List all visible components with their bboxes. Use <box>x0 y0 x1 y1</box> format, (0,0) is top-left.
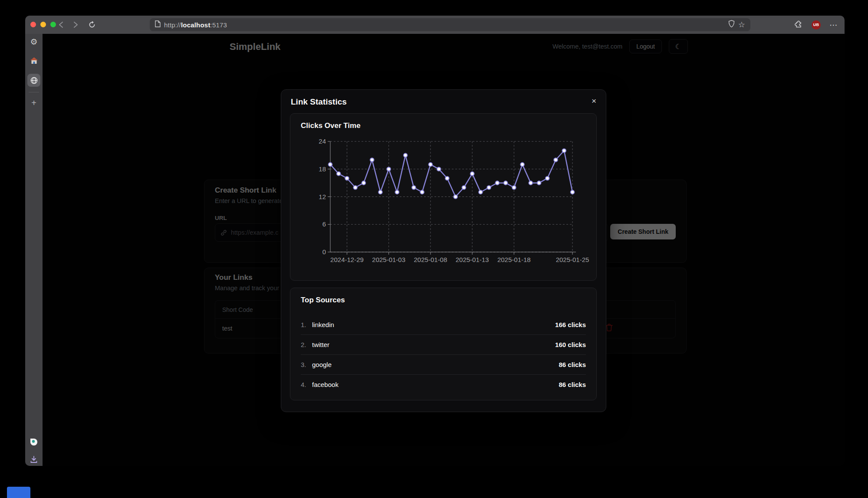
chart-dot <box>329 163 332 167</box>
close-icon[interactable]: × <box>590 95 598 107</box>
x-tick-label: 2025-01-13 <box>456 256 489 263</box>
chart-dot <box>454 195 457 199</box>
tab-sidebar: ⚙ + <box>25 34 43 466</box>
close-window-button[interactable] <box>30 22 36 27</box>
gear-icon: ⚙ <box>30 37 37 47</box>
url-bar[interactable]: http://localhost:5173 ☆ <box>150 18 750 31</box>
chart-dot <box>504 181 508 185</box>
source-row: 3. google 86 clicks <box>301 355 586 375</box>
zoom-window-button[interactable] <box>50 22 56 27</box>
chart-dot <box>337 172 341 176</box>
chart-dot <box>445 177 449 180</box>
source-row: 2. twitter 160 clicks <box>301 335 586 355</box>
house-icon <box>30 57 38 64</box>
source-rank: 2. <box>301 341 312 348</box>
chart-dot <box>353 186 357 190</box>
source-name: google <box>312 361 332 368</box>
plus-icon: + <box>31 98 36 108</box>
x-tick-label: 2025-01-25 <box>556 256 589 263</box>
bookmark-star-icon[interactable]: ☆ <box>738 21 745 29</box>
source-clicks: 86 clicks <box>559 361 586 368</box>
back-icon[interactable] <box>56 20 65 29</box>
chart-dot <box>562 149 566 153</box>
traffic-lights <box>30 22 56 27</box>
new-tab-button[interactable]: + <box>27 96 40 109</box>
chart-dot <box>520 163 524 167</box>
sidebar-divider <box>29 92 39 92</box>
chart-dot <box>546 177 549 180</box>
chart-dot <box>387 167 391 171</box>
chart-dot <box>370 158 374 162</box>
pinned-extension-button[interactable] <box>27 436 40 449</box>
y-tick-label: 0 <box>322 248 326 256</box>
drop-pin-icon <box>30 438 38 446</box>
x-tick-label: 2025-01-08 <box>414 256 447 263</box>
chart-dot <box>470 172 474 176</box>
page-icon <box>155 20 161 29</box>
browser-window: http://localhost:5173 ☆ UB ⋯ ⚙ <box>25 16 845 466</box>
downloads-button[interactable] <box>27 453 40 466</box>
reload-icon[interactable] <box>88 20 96 29</box>
top-sources-card: Top Sources 1. linkedin 166 clicks 2. tw… <box>290 288 597 400</box>
chart-dot <box>395 190 399 194</box>
chart-dot <box>487 186 491 190</box>
y-tick-label: 18 <box>319 165 326 173</box>
forward-icon[interactable] <box>71 20 80 29</box>
chart-dot <box>420 190 424 194</box>
y-tick-label: 12 <box>319 193 326 200</box>
ublock-badge-icon[interactable]: UB <box>812 20 821 29</box>
chart-dot <box>537 181 541 185</box>
source-rank: 4. <box>301 381 312 388</box>
chart-dot <box>429 163 433 167</box>
chart-dot <box>345 177 349 180</box>
y-tick-label: 24 <box>319 138 326 145</box>
x-tick-label: 2024-12-29 <box>330 256 364 263</box>
clicks-chart-svg: 061218242024-12-292025-01-032025-01-0820… <box>290 134 596 280</box>
chart-dot <box>479 190 483 194</box>
source-row: 4. facebook 86 clicks <box>301 375 586 394</box>
shield-icon[interactable] <box>728 20 735 29</box>
minimize-window-button[interactable] <box>40 22 46 27</box>
page-viewport: SimpleLink Welcome, test@test.com Logout… <box>43 34 845 466</box>
x-tick-label: 2025-01-18 <box>497 256 531 263</box>
source-clicks: 166 clicks <box>555 321 586 328</box>
settings-tab[interactable]: ⚙ <box>27 35 40 48</box>
source-rank: 3. <box>301 361 312 368</box>
chart-dot <box>512 186 516 190</box>
chart-dot <box>437 167 441 171</box>
url-text: http://localhost:5173 <box>164 21 227 29</box>
download-icon <box>30 456 37 463</box>
source-name: linkedin <box>312 321 334 328</box>
chart-dot <box>404 154 408 157</box>
desktop-blue-chip <box>7 487 30 498</box>
chart-dot <box>529 181 533 185</box>
chart-dot <box>571 190 575 194</box>
source-clicks: 160 clicks <box>555 341 586 348</box>
chart-dot <box>554 158 558 162</box>
sources-list: 1. linkedin 166 clicks 2. twitter 160 cl… <box>301 315 586 394</box>
source-name: facebook <box>312 381 339 388</box>
clicks-over-time-card: Clicks Over Time 061218242024-12-292025-… <box>290 113 597 281</box>
globe-icon <box>30 77 38 84</box>
source-name: twitter <box>312 341 329 348</box>
active-tab-localhost[interactable] <box>27 74 40 87</box>
chart-dot <box>378 190 382 194</box>
extensions-icon[interactable] <box>795 20 803 30</box>
x-tick-label: 2025-01-03 <box>372 256 405 263</box>
chart-dot <box>412 186 416 190</box>
source-clicks: 86 clicks <box>559 381 586 388</box>
screen: http://localhost:5173 ☆ UB ⋯ ⚙ <box>0 0 868 498</box>
chart-dot <box>362 181 366 185</box>
chart-dot <box>462 186 466 190</box>
browser-toolbar: http://localhost:5173 ☆ UB ⋯ <box>25 16 845 34</box>
home-tab[interactable] <box>27 54 40 67</box>
source-row: 1. linkedin 166 clicks <box>301 315 586 335</box>
chart-line <box>330 151 572 197</box>
link-statistics-modal: Link Statistics × Clicks Over Time 06121… <box>281 89 606 412</box>
modal-title: Link Statistics <box>291 97 347 107</box>
source-rank: 1. <box>301 321 312 328</box>
y-tick-label: 6 <box>322 220 326 228</box>
overflow-menu-icon[interactable]: ⋯ <box>829 21 838 29</box>
chart-dot <box>496 181 500 185</box>
sources-title: Top Sources <box>301 296 345 305</box>
